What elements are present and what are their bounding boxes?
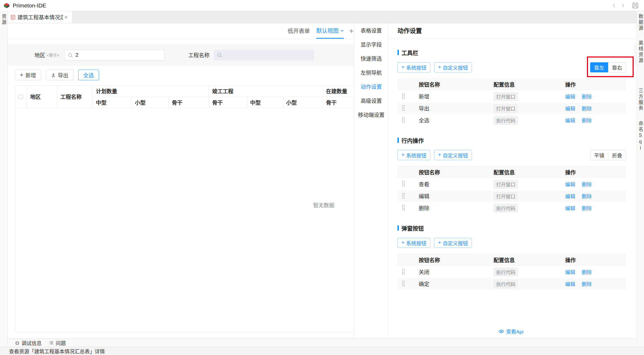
sidebar-item-offline-resources[interactable]: 离线资源 xyxy=(637,40,644,64)
tab-lowcode-form[interactable]: 低开表单 xyxy=(288,23,310,39)
add-system-button[interactable]: 系统按钮 xyxy=(397,238,430,248)
add-system-button[interactable]: 系统按钮 xyxy=(397,150,430,160)
table-header-row: 按钮名称配置信息操作 xyxy=(397,166,626,178)
config-info-tag: 执行代码 xyxy=(494,204,518,213)
delete-link[interactable]: 删除 xyxy=(582,106,592,112)
section-toolbar: 工具栏系统按钮自定义按钮靠左靠右按钮名称配置信息操作新增打开窗口编辑删除导出打开… xyxy=(397,49,626,126)
debug-info-button[interactable]: 调试信息 xyxy=(15,339,42,347)
sidebar-item-named-sql[interactable]: 命名Sql xyxy=(637,121,644,152)
drag-handle-icon[interactable] xyxy=(402,205,405,211)
settings-nav-fields[interactable]: 显示字段 xyxy=(354,38,388,52)
status-bar: 查看资源「建筑工程基本情况汇总表」详情 xyxy=(0,347,644,355)
edit-link[interactable]: 编辑 xyxy=(565,270,575,275)
add-record-button[interactable]: 新增 xyxy=(15,70,41,80)
settings-nav-advanced[interactable]: 高级设置 xyxy=(354,94,388,108)
edit-link[interactable]: 编辑 xyxy=(565,282,575,287)
drag-handle-icon[interactable] xyxy=(402,181,405,187)
settings-nav: 表格设置显示字段快速筛选左侧导航动作设置高级设置移动端设置 xyxy=(354,23,388,339)
nav-forward-icon[interactable] xyxy=(619,1,627,10)
column-header: 操作 xyxy=(565,81,626,88)
tile-button[interactable]: 平铺 xyxy=(590,150,608,160)
project-filter-input[interactable] xyxy=(214,50,314,60)
plus-icon xyxy=(438,240,441,246)
drag-handle-icon[interactable] xyxy=(402,93,405,99)
delete-link[interactable]: 删除 xyxy=(582,206,592,211)
button-name: 导出 xyxy=(419,104,494,112)
panel-title: 动作设置 xyxy=(388,23,634,38)
settings-nav-left-nav[interactable]: 左侧导航 xyxy=(354,66,388,80)
add-system-button[interactable]: 系统按钮 xyxy=(397,62,430,72)
section-dialog-buttons: 弹窗按钮系统按钮自定义按钮按钮名称配置信息操作关闭执行代码编辑删除确定执行代码编… xyxy=(397,224,626,290)
tab-bar: 建筑工程基本情况汇总表* xyxy=(7,11,637,23)
section-button-row: 系统按钮自定义按钮 xyxy=(397,238,626,248)
save-icon[interactable] xyxy=(631,2,639,10)
delete-link[interactable]: 删除 xyxy=(582,270,592,275)
search-icon xyxy=(217,52,222,58)
tab-default-view[interactable]: 默认视图 xyxy=(316,23,344,39)
plus-icon xyxy=(401,240,405,246)
table-header-row: 按钮名称配置信息操作 xyxy=(397,254,626,266)
delete-link[interactable]: 删除 xyxy=(582,194,592,199)
add-custom-button[interactable]: 自定义按钮 xyxy=(434,238,472,248)
button-name: 关闭 xyxy=(419,268,494,276)
config-info-tag: 执行代码 xyxy=(494,116,518,125)
sidebar-item-resources[interactable]: 资源 xyxy=(0,14,7,25)
drag-handle-icon[interactable] xyxy=(402,269,405,275)
drag-handle-icon[interactable] xyxy=(402,281,405,287)
add-custom-button[interactable]: 自定义按钮 xyxy=(434,150,472,160)
delete-link[interactable]: 删除 xyxy=(582,182,592,187)
section-title: 工具栏 xyxy=(397,49,626,56)
button-name: 新增 xyxy=(419,93,494,100)
delete-link[interactable]: 删除 xyxy=(582,94,592,100)
column-header: 地区 xyxy=(27,86,57,108)
add-custom-button[interactable]: 自定义按钮 xyxy=(434,62,472,72)
settings-nav-quick-filter[interactable]: 快速筛选 xyxy=(354,52,388,66)
eye-icon xyxy=(499,329,504,334)
drag-handle-icon[interactable] xyxy=(402,117,405,123)
column-group-header: 计划数量 xyxy=(93,86,209,97)
collapse-button[interactable]: 折叠 xyxy=(608,150,626,160)
edit-link[interactable]: 编辑 xyxy=(565,118,575,124)
settings-nav-actions[interactable]: 动作设置 xyxy=(354,80,388,94)
export-button[interactable]: 导出 xyxy=(46,70,74,80)
plus-icon xyxy=(438,152,441,158)
tab-close-icon[interactable] xyxy=(63,14,69,20)
add-view-button[interactable]: + xyxy=(349,23,353,39)
view-api-link[interactable]: 查看Api xyxy=(388,328,634,335)
table-row: 查看打开窗口编辑删除 xyxy=(397,178,626,190)
align-right-button[interactable]: 靠右 xyxy=(608,62,626,72)
align-left-button[interactable]: 靠左 xyxy=(590,62,608,72)
delete-link[interactable]: 删除 xyxy=(582,282,592,287)
drag-handle-icon[interactable] xyxy=(402,105,405,111)
toggle-group: 平铺折叠 xyxy=(590,150,626,160)
sidebar-item-third-party-services[interactable]: 三方服务 xyxy=(637,88,644,111)
region-filter-operator[interactable]: <等于> xyxy=(47,52,59,58)
select-all-checkbox[interactable] xyxy=(19,95,23,99)
panel-sections: 工具栏系统按钮自定义按钮靠左靠右按钮名称配置信息操作新增打开窗口编辑删除导出打开… xyxy=(397,49,626,290)
select-column-header xyxy=(15,86,27,108)
select-all-button[interactable]: 全选 xyxy=(78,70,99,80)
edit-link[interactable]: 编辑 xyxy=(565,106,575,112)
issues-button[interactable]: 问题 xyxy=(49,339,66,347)
settings-nav-table[interactable]: 表格设置 xyxy=(354,24,388,38)
edit-link[interactable]: 编辑 xyxy=(565,94,575,100)
sidebar-item-datasource[interactable]: 数据源 xyxy=(637,14,644,31)
column-header: 配置信息 xyxy=(494,81,565,88)
config-info-tag: 执行代码 xyxy=(494,268,518,277)
table-row: 导出打开窗口编辑删除 xyxy=(397,102,626,114)
button-name: 编辑 xyxy=(419,192,494,200)
column-header: 骨干 xyxy=(168,97,209,108)
settings-nav-mobile[interactable]: 移动端设置 xyxy=(354,108,388,122)
edit-link[interactable]: 编辑 xyxy=(565,206,575,211)
column-header: 按钮名称 xyxy=(419,81,494,88)
drag-handle-icon[interactable] xyxy=(402,193,405,199)
edit-link[interactable]: 编辑 xyxy=(565,194,575,199)
region-filter-input[interactable]: 2 xyxy=(64,50,165,60)
nav-back-icon[interactable] xyxy=(610,1,619,10)
column-header: 小型 xyxy=(132,97,168,108)
edit-link[interactable]: 编辑 xyxy=(565,182,575,187)
plus-icon xyxy=(20,72,23,78)
delete-link[interactable]: 删除 xyxy=(582,118,592,124)
table-toolbar: 新增 导出 全选 xyxy=(15,70,99,80)
tab-summary-table[interactable]: 建筑工程基本情况汇总表* xyxy=(7,11,72,23)
